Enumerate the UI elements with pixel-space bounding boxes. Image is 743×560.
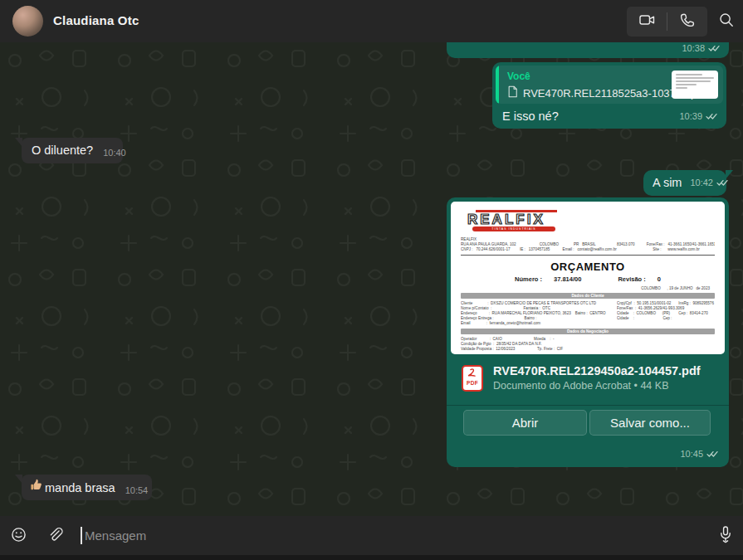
message-text: O diluente? <box>32 143 93 158</box>
message-time: 10:40 <box>103 148 126 158</box>
preview-client-row: Email : fernanda_oneto@hotmail.com <box>461 321 610 326</box>
call-buttons-group <box>627 7 707 37</box>
thumbs-up-emoji <box>30 479 43 495</box>
preview-company-line: CNPJ : 70.244.626/0001-17 IE : 137045718… <box>461 247 715 252</box>
pdf-file-meta: Documento do Adobe Acrobat • 44 KB <box>493 380 701 392</box>
contact-name[interactable]: Claudiana Otc <box>53 13 139 27</box>
message-input[interactable] <box>85 524 666 547</box>
document-icon <box>507 85 518 101</box>
contact-avatar[interactable] <box>12 6 43 37</box>
message-time: 10:45 <box>680 449 703 459</box>
quote-accent-bar <box>496 66 499 104</box>
message-outgoing-partial[interactable]: 10:38 <box>447 42 729 58</box>
preview-date-line: COLOMBO , 19 de JUNHO de 2023 <box>461 286 715 290</box>
message-meta: 10:39 <box>679 109 718 124</box>
save-as-button-label: Salvar como... <box>610 416 690 430</box>
open-button[interactable]: Abrir <box>463 410 587 436</box>
preview-number-row: Número : 37.814/00 Revisão : 0 <box>461 275 715 283</box>
preview-section-negotiation: Dados da Negociação <box>461 329 715 334</box>
message-meta: 10:42 <box>690 175 729 190</box>
open-button-label: Abrir <box>512 416 539 430</box>
pdf-preview-image[interactable]: REALFIX TINTAS INDUSTRIAIS REALFIX RUA A… <box>451 202 725 354</box>
voice-call-button[interactable] <box>667 7 707 37</box>
preview-title: ORÇAMENTO <box>461 261 715 273</box>
message-outgoing-document[interactable]: REALFIX TINTAS INDUSTRIAIS REALFIX RUA A… <box>447 197 729 467</box>
chat-message-list: 10:38 Você RVE470R.REL2118525a3-103758.p… <box>0 42 743 516</box>
message-text: manda brasa <box>45 480 115 495</box>
message-incoming[interactable]: O diluente? 10:40 <box>22 138 123 163</box>
message-time: 10:42 <box>690 178 713 187</box>
paperclip-icon <box>46 526 63 547</box>
pdf-file-name: RVE470R.REL2129450a2-104457.pdf <box>493 364 701 377</box>
pdf-file-icon: PDF <box>462 365 483 392</box>
message-incoming[interactable]: manda brasa 10:54 <box>22 475 152 500</box>
search-button[interactable] <box>717 12 736 31</box>
video-call-icon <box>638 12 656 32</box>
delivered-checks-icon <box>708 42 721 56</box>
preview-section-client: Dados do Cliente <box>461 293 715 299</box>
message-time: 10:54 <box>125 485 149 495</box>
message-time: 10:39 <box>679 111 702 121</box>
message-outgoing[interactable]: A sim 10:42 <box>643 170 726 196</box>
preview-client-row: Cidade : Cep : <box>617 316 715 321</box>
message-text: E isso né? <box>502 109 559 124</box>
video-call-button[interactable] <box>627 7 667 37</box>
search-icon <box>718 12 735 32</box>
voice-call-icon <box>679 12 696 32</box>
delivered-checks-icon <box>716 175 729 190</box>
message-meta: 10:40 <box>103 148 126 158</box>
microphone-icon <box>717 525 734 547</box>
emoji-button[interactable] <box>9 527 27 545</box>
voice-message-button[interactable] <box>716 527 735 545</box>
save-as-button[interactable]: Salvar como... <box>589 410 711 436</box>
message-meta: 10:54 <box>125 485 149 495</box>
message-text: A sim <box>653 175 682 190</box>
attach-button[interactable] <box>45 527 63 545</box>
card-divider <box>447 405 729 406</box>
chat-header: Claudiana Otc <box>0 0 743 42</box>
quote-sender: Você <box>507 71 665 82</box>
emoji-icon <box>10 526 27 547</box>
delivered-checks-icon <box>706 109 718 124</box>
pdf-file-row[interactable]: PDF RVE470R.REL2129450a2-104457.pdf Docu… <box>447 354 729 400</box>
delivered-checks-icon <box>706 446 719 461</box>
window-bottom-edge <box>0 555 743 560</box>
message-meta: 10:45 <box>680 446 719 461</box>
message-meta: 10:38 <box>682 42 721 56</box>
composer-bar <box>0 516 743 555</box>
message-time: 10:38 <box>682 43 705 53</box>
text-caret <box>81 527 82 544</box>
quote-file-thumbnail <box>672 71 718 99</box>
message-outgoing-reply[interactable]: Você RVE470R.REL2118525a3-103758.pdf E i… <box>492 62 726 129</box>
realfix-logo: REALFIX TINTAS INDUSTRIAIS <box>467 210 560 231</box>
preview-negotiation-row: Validade Proposta : 12/06/2023 Tp. Frete… <box>461 347 715 352</box>
quoted-message[interactable]: Você RVE470R.REL2118525a3-103758.pdf <box>496 66 723 104</box>
